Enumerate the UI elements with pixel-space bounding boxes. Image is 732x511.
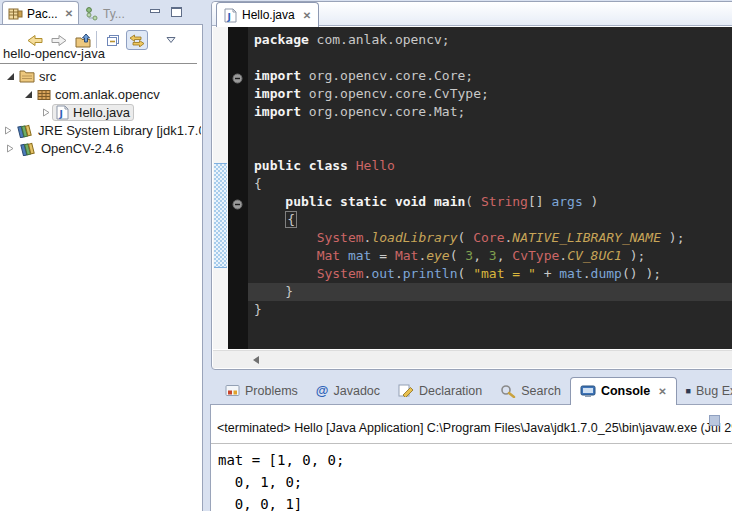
editor-tab-hello-java[interactable]: J Hello.java ✕	[216, 2, 319, 27]
code-area[interactable]: package com.anlak.opencv;import org.open…	[248, 27, 732, 349]
collapse-all-button[interactable]	[102, 30, 124, 50]
tree-item-content: com.anlak.opencv	[34, 86, 163, 103]
view-tab-label: Pac...	[27, 7, 58, 21]
console-output-line: 0, 0, 1]	[218, 493, 344, 511]
library-icon	[16, 123, 34, 138]
tree-item-opencv-2-4-6[interactable]: OpenCV-2.4.6	[0, 139, 201, 157]
link-with-editor-icon	[128, 34, 146, 47]
console-separator	[211, 443, 732, 444]
package-explorer-body: hello-opencv-java srccom.anlak.opencvJHe…	[0, 24, 203, 511]
view-tab-label: Javadoc	[333, 384, 380, 398]
scroll-left-icon[interactable]	[253, 356, 259, 364]
console-output[interactable]: mat = [1, 0, 0; 0, 1, 0; 0, 0, 1]	[218, 449, 344, 511]
java-file-icon: J	[224, 8, 237, 23]
project-underline	[0, 63, 197, 64]
view-tab-label: Console	[601, 384, 650, 398]
expander-expanded-icon[interactable]	[22, 90, 34, 99]
view-tab-label: Declaration	[419, 384, 482, 398]
project-root-label[interactable]: hello-opencv-java	[3, 46, 105, 61]
minimize-button[interactable]	[149, 7, 162, 17]
console-output-line: 0, 1, 0;	[218, 471, 344, 493]
expander-collapsed-icon[interactable]	[4, 144, 16, 153]
code-line	[254, 121, 732, 139]
search-icon	[500, 384, 516, 398]
view-tab-label: Bug Explorer	[696, 384, 732, 398]
java-file-icon: J	[56, 105, 69, 120]
code-line: Mat mat = Mat.eye( 3, 3, CvType.CV_8UC1 …	[254, 247, 732, 265]
view-tab-bug-explorer[interactable]: ■Bug Explorer	[677, 378, 732, 404]
code-line: package com.anlak.opencv;	[254, 31, 732, 49]
nav-back-icon	[27, 34, 43, 47]
tree-item-content: src	[16, 68, 59, 85]
maximize-button[interactable]	[170, 7, 183, 17]
console-process-title: <terminated> Hello [Java Application] C:…	[217, 421, 732, 435]
view-tab-pac[interactable]: Pac...✕	[2, 1, 79, 25]
console-toolbar-icon[interactable]	[709, 415, 720, 426]
code-line: import org.opencv.core.CvType;	[254, 85, 732, 103]
view-tab-label: Ty...	[103, 7, 125, 21]
expander-expanded-icon[interactable]	[4, 72, 16, 81]
expander-collapsed-icon[interactable]	[4, 126, 13, 135]
view-tab-console[interactable]: Console✕	[570, 377, 677, 405]
link-with-editor-button[interactable]	[126, 30, 148, 50]
code-line: import org.opencv.core.Core;	[254, 67, 732, 85]
collapse-all-icon	[106, 34, 120, 47]
annotation-ruler[interactable]	[213, 27, 228, 349]
svg-text:J: J	[59, 108, 63, 118]
view-tab-label: Problems	[245, 384, 298, 398]
bug-icon: ■	[686, 386, 691, 396]
code-line: import org.opencv.core.Mat;	[254, 103, 732, 121]
tree-item-src[interactable]: src	[0, 67, 201, 85]
minimize-icon	[150, 9, 160, 13]
tree-item-label: OpenCV-2.4.6	[41, 141, 123, 156]
editor-area: J Hello.java ✕ package com.anlak.opencv;…	[211, 1, 732, 370]
declaration-icon	[398, 384, 414, 397]
close-icon[interactable]: ✕	[658, 386, 666, 397]
code-line: }	[254, 301, 732, 319]
tree-item-label: Hello.java	[73, 105, 130, 120]
expander-collapsed-icon[interactable]	[40, 108, 52, 117]
package-icon	[37, 88, 51, 101]
tree-item-com-anlak-opencv[interactable]: com.anlak.opencv	[0, 85, 201, 103]
maximize-icon	[171, 7, 182, 17]
horizontal-scrollbar[interactable]	[213, 350, 732, 368]
view-tab-javadoc[interactable]: @Javadoc	[307, 378, 389, 404]
code-line: public class Hello	[254, 157, 732, 175]
library-icon	[19, 141, 37, 156]
editor-tab-strip: J Hello.java ✕	[212, 2, 732, 26]
code-line	[254, 139, 732, 157]
fold-collapse-icon[interactable]	[232, 70, 243, 88]
tree-item-content: JHello.java	[52, 104, 134, 121]
console-output-line: mat = [1, 0, 0;	[218, 449, 344, 471]
editor-body: package com.anlak.opencv;import org.open…	[213, 27, 732, 349]
view-tab-search[interactable]: Search	[491, 378, 570, 404]
tree-item-hello-java[interactable]: JHello.java	[0, 103, 201, 121]
tree-item-jre-system-library-jdk1-7-0-25[interactable]: JRE System Library [jdk1.7.0_25]	[0, 121, 201, 139]
package-explorer-view: Pac...✕Ty... hello-opencv-java srccom.an…	[0, 0, 204, 511]
tree-item-content: JRE System Library [jdk1.7.0_25]	[13, 122, 201, 139]
folding-gutter[interactable]	[228, 27, 248, 349]
code-line	[254, 49, 732, 67]
close-icon[interactable]: ✕	[65, 8, 73, 19]
view-tab-declaration[interactable]: Declaration	[389, 378, 491, 404]
fold-collapse-icon[interactable]	[232, 196, 243, 214]
view-menu-icon	[166, 36, 176, 44]
tree-item-label: JRE System Library [jdk1.7.0_25]	[38, 123, 201, 138]
close-icon[interactable]: ✕	[303, 10, 311, 21]
tree-item-content: OpenCV-2.4.6	[16, 140, 126, 157]
bottom-view-area: Problems@JavadocDeclarationSearchConsole…	[210, 377, 732, 511]
nav-forward-icon	[51, 34, 67, 47]
code-line: System.out.println( "mat = " + mat.dump(…	[254, 265, 732, 283]
range-indicator	[214, 163, 227, 268]
tree-item-label: com.anlak.opencv	[55, 87, 160, 102]
view-tab-problems[interactable]: Problems	[216, 378, 307, 404]
package-explorer-icon	[8, 7, 23, 21]
code-line: {	[254, 175, 732, 193]
project-tree: srccom.anlak.opencvJHello.javaJRE System…	[0, 67, 201, 511]
code-line: public static void main( String[] args )	[254, 193, 732, 211]
view-menu-button[interactable]	[160, 30, 182, 50]
problems-icon	[225, 384, 240, 397]
editor-tab-label: Hello.java	[242, 8, 295, 22]
view-tab-ty[interactable]: Ty...	[80, 4, 130, 24]
code-line: System.loadLibrary( Core.NATIVE_LIBRARY_…	[254, 229, 732, 247]
